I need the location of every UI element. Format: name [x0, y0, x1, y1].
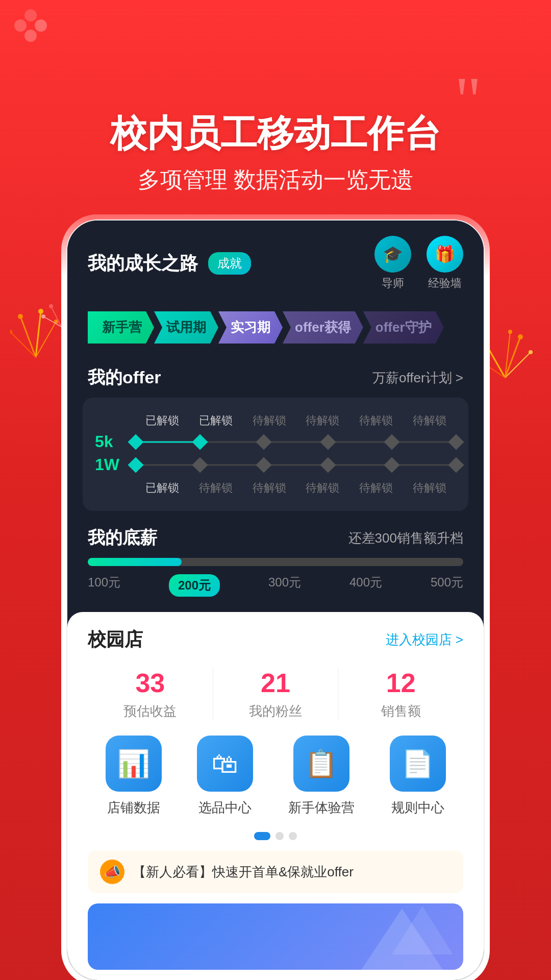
beginner-camp-icon: 📋: [293, 736, 349, 792]
salary-200: 200元: [169, 574, 220, 597]
track-1w-bg: [136, 464, 456, 465]
store-data-label: 店铺数据: [107, 799, 160, 817]
step-offer-guard[interactable]: offer守护: [363, 311, 444, 344]
store-data-icon: 📊: [106, 736, 162, 792]
offer-section-header: 我的offer 万薪offer计划 >: [67, 354, 484, 398]
mentor-icon-item[interactable]: 🎓 导师: [374, 236, 411, 291]
svg-point-15: [49, 304, 53, 308]
bottom-promo-card[interactable]: [88, 903, 463, 970]
stat-revenue-number: 33: [88, 668, 213, 698]
svg-line-6: [10, 332, 36, 357]
offer-label-pending-1: 待解锁: [242, 413, 296, 428]
salary-bar: [88, 558, 463, 566]
track-fill: [136, 441, 200, 443]
dots-indicator: [88, 832, 463, 840]
mentor-icon: 🎓: [374, 236, 411, 273]
step-rookie[interactable]: 新手营: [88, 311, 154, 344]
offer-label-unlocked-2: 已解锁: [189, 413, 243, 428]
offer-top-labels: 已解锁 已解锁 待解锁 待解锁 待解锁 待解锁: [95, 413, 456, 428]
node-1w-5: [384, 457, 400, 473]
offer-label-pending-2: 待解锁: [296, 413, 349, 428]
node-1w-6: [448, 457, 464, 473]
salary-hint: 还差300销售额升档: [348, 529, 463, 547]
salary-labels: 100元 200元 300元 400元 500元: [88, 574, 463, 597]
product-select-icon: 🛍: [197, 736, 253, 792]
stat-fans-number: 21: [213, 668, 338, 698]
node-6: [448, 434, 464, 450]
icon-beginner-camp[interactable]: 📋 新手体验营: [288, 736, 355, 817]
app-title: 我的成长之路: [88, 251, 198, 276]
node-3: [256, 434, 272, 450]
expwall-label: 经验墙: [428, 276, 462, 291]
svg-point-17: [41, 314, 45, 318]
app-header: 我的成长之路 成就 🎓 导师 🎁 经验墙: [67, 220, 484, 301]
quote-decoration: ": [455, 66, 482, 133]
node-5: [384, 434, 400, 450]
node-1w-2: [192, 457, 208, 473]
svg-point-9: [38, 309, 43, 314]
app-header-right: 🎓 导师 🎁 经验墙: [374, 236, 463, 291]
phone-outer: 我的成长之路 成就 🎓 导师 🎁 经验墙: [61, 214, 490, 980]
achievement-badge: 成就: [208, 252, 251, 275]
rules-label: 规则中心: [391, 799, 444, 817]
salary-title: 我的底薪: [88, 526, 157, 550]
promo-graphic: [351, 903, 453, 970]
icon-grid: 📊 店铺数据 🛍 选品中心 📋 新手体验营 📄: [88, 736, 463, 817]
expwall-icon: 🎁: [427, 236, 463, 273]
bottom-label-pending-5: 待解锁: [403, 480, 456, 496]
svg-point-8: [18, 314, 23, 319]
svg-point-24: [518, 334, 523, 339]
svg-line-21: [505, 352, 531, 378]
dot-active: [254, 832, 270, 840]
icon-rules[interactable]: 📄 规则中心: [390, 736, 446, 817]
offer-grid: 已解锁 已解锁 待解锁 待解锁 待解锁 待解锁 5k: [83, 398, 468, 511]
offer-1w-row: 1W: [95, 455, 456, 474]
step-trial[interactable]: 试用期: [154, 311, 218, 344]
node-1w-4: [320, 457, 336, 473]
hero-title: 校内员工移动工作台: [110, 112, 441, 155]
offer-plan-link[interactable]: 万薪offer计划 >: [372, 369, 463, 387]
offer-label-pending-4: 待解锁: [403, 413, 456, 428]
step-offer-get[interactable]: offer获得: [283, 311, 363, 344]
stat-sales: 12 销售额: [338, 668, 463, 720]
salary-section: 我的底薪 还差300销售额升档 100元 200元 300元 400元 500元: [67, 516, 484, 612]
bottom-label-pending-4: 待解锁: [349, 480, 403, 496]
expwall-icon-item[interactable]: 🎁 经验墙: [427, 236, 463, 291]
announcement-text: 【新人必看】快速开首单&保就业offer: [133, 863, 354, 881]
salary-bar-fill: [88, 558, 182, 566]
step-intern[interactable]: 实习期: [218, 311, 283, 344]
stat-sales-number: 12: [338, 668, 463, 698]
bottom-label-pending-3: 待解锁: [296, 480, 349, 496]
offer-label-pending-3: 待解锁: [349, 413, 403, 428]
salary-300: 300元: [268, 574, 301, 597]
dot-inactive-1: [276, 832, 284, 840]
store-title: 校园店: [88, 627, 143, 652]
bottom-label-pending-2: 待解锁: [242, 480, 296, 496]
stat-sales-label: 销售额: [338, 702, 463, 720]
product-select-label: 选品中心: [198, 799, 252, 817]
phone-mockup: 我的成长之路 成就 🎓 导师 🎁 经验墙: [61, 214, 490, 980]
progress-steps: 新手营 试用期 实习期 offer获得 offer守护: [67, 301, 484, 354]
offer-1w-track: [136, 457, 456, 473]
node-4: [320, 434, 336, 450]
offer-section-title: 我的offer: [88, 366, 161, 389]
full-page: 校内员工移动工作台 " 多项管理 数据活动一览无遗 我的成长之路 成就 🎓 导师: [0, 0, 551, 980]
offer-5k-track: [136, 434, 456, 450]
icon-store-data[interactable]: 📊 店铺数据: [106, 736, 162, 817]
salary-400: 400元: [349, 574, 382, 597]
store-link[interactable]: 进入校园店 >: [386, 631, 463, 649]
stat-revenue: 33 预估收益: [88, 668, 213, 720]
node-1w-3: [256, 457, 272, 473]
icon-product-select[interactable]: 🛍 选品中心: [197, 736, 253, 817]
bottom-label-pending-1: 待解锁: [189, 480, 243, 496]
salary-500: 500元: [431, 574, 463, 597]
svg-line-4: [20, 316, 36, 357]
stat-fans-label: 我的粉丝: [213, 702, 338, 720]
hero-section: 校内员工移动工作台 " 多项管理 数据活动一览无遗: [0, 0, 551, 195]
stat-revenue-label: 预估收益: [88, 702, 213, 720]
announcement-bar[interactable]: 📣 【新人必看】快速开首单&保就业offer: [88, 850, 463, 893]
stat-fans: 21 我的粉丝: [213, 668, 339, 720]
svg-point-27: [508, 330, 512, 334]
beginner-camp-label: 新手体验营: [288, 799, 355, 817]
offer-label-unlocked-1: 已解锁: [136, 413, 189, 428]
